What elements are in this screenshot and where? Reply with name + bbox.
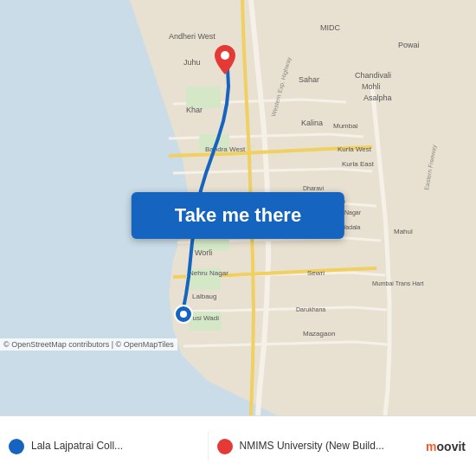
destination-label: NMIMS University (New Build... — [240, 440, 384, 453]
moovit-rest: oovit — [437, 440, 466, 453]
moovit-logo: moovit — [415, 433, 476, 460]
take-me-there-button[interactable]: Take me there — [132, 192, 344, 239]
moovit-logo-text: moovit — [426, 440, 466, 453]
svg-point-40 — [180, 311, 187, 318]
destination-icon — [217, 439, 233, 454]
bottom-bar: Lala Lajpatrai Coll... NMIMS University … — [0, 415, 476, 476]
map-container: Andheri West MIDC Powai Chandivali Mohli… — [0, 0, 476, 415]
origin-pin — [174, 305, 193, 327]
map-attribution: © OpenStreetMap contributors | © OpenMap… — [0, 338, 177, 351]
moovit-m: m — [426, 440, 436, 453]
origin-location[interactable]: Lala Lajpatrai Coll... — [0, 432, 209, 461]
destination-location[interactable]: NMIMS University (New Build... — [209, 432, 416, 461]
svg-point-38 — [221, 51, 229, 60]
origin-icon — [9, 439, 24, 454]
destination-pin — [215, 45, 235, 78]
origin-label: Lala Lajpatrai Coll... — [31, 440, 123, 453]
